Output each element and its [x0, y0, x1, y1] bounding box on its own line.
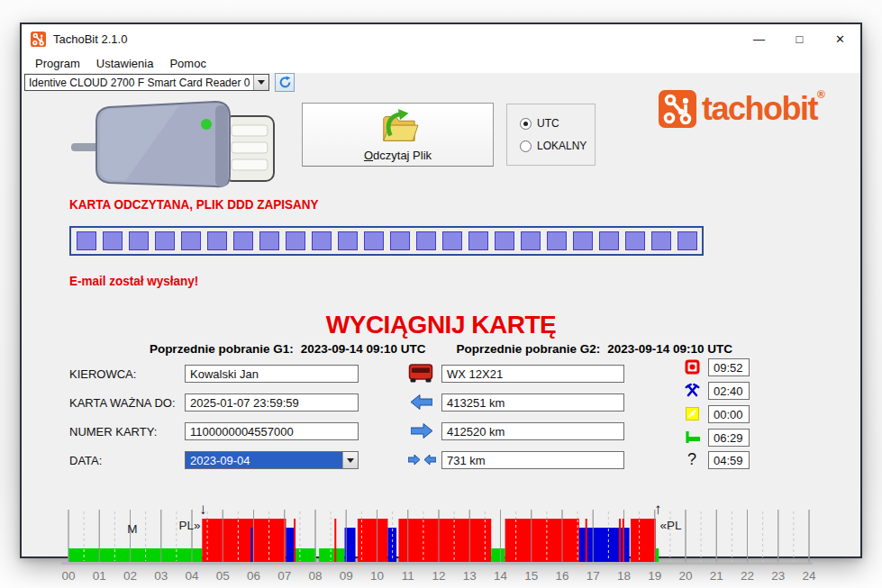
brand-logo: tachobit ® — [659, 90, 825, 128]
field-unknown-time: 04:59 — [708, 451, 750, 469]
chart-baseline — [61, 562, 813, 565]
chart-axis-label: 22 — [741, 569, 754, 583]
field-vehicle-plate[interactable]: WX 12X21 — [441, 365, 624, 383]
chart-annotation: PL» — [179, 519, 201, 532]
progress-segment — [207, 231, 227, 250]
progress-segment — [442, 231, 462, 250]
card-insert-arrow-down-icon: ↓ — [199, 501, 207, 518]
menu-pomoc[interactable]: Pomoc — [161, 55, 214, 72]
label-karta-wazna-do: KARTA WAŻNA DO: — [69, 396, 176, 410]
field-kierowca[interactable]: Kowalski Jan — [185, 365, 359, 383]
maximize-button[interactable]: □ — [779, 24, 820, 53]
progress-segment — [233, 231, 253, 250]
chart-bar-rest — [656, 548, 659, 562]
radio-utc-circle[interactable] — [520, 118, 532, 130]
progress-segment — [286, 231, 305, 250]
refresh-button[interactable] — [275, 73, 295, 92]
window-title: TachoBit 2.1.0 — [53, 32, 127, 46]
field-availability-time: 00:00 — [708, 405, 750, 423]
progress-segment — [77, 231, 96, 250]
field-karta-wazna-do[interactable]: 2025-01-07 23:59:59 — [185, 394, 359, 412]
app-window: TachoBit 2.1.0 — □ ✕ Program Ustawienia … — [20, 23, 862, 558]
progress-segment — [103, 231, 123, 250]
progress-segment — [495, 231, 514, 250]
menu-ustawienia[interactable]: Ustawienia — [88, 55, 162, 72]
reader-select-dropdown-button[interactable] — [253, 75, 268, 90]
chart-axis-label: 20 — [678, 569, 692, 583]
close-button[interactable]: ✕ — [820, 24, 860, 53]
chart-bar-rest — [68, 548, 202, 562]
chevron-down-icon — [347, 458, 354, 463]
field-odometer-start[interactable]: 412520 km — [441, 422, 624, 440]
chart-axis-label: 15 — [524, 569, 538, 583]
chart-axis-label: 11 — [402, 569, 414, 583]
chart-axis-label: 21 — [710, 569, 723, 583]
arrows-converge-icon — [408, 454, 436, 466]
chart-axis-label: 19 — [648, 569, 661, 583]
rest-icon — [685, 430, 701, 445]
chart-axis-label: 01 — [93, 569, 106, 583]
chart-bar-rest — [491, 548, 505, 562]
chart-bar-driving — [202, 519, 286, 562]
chart-axis-label: 18 — [617, 569, 631, 583]
chart-axis-label: 07 — [277, 569, 291, 583]
chart-axis-label: 00 — [61, 569, 75, 583]
chart-bar-rest — [319, 548, 344, 562]
progress-bar — [69, 226, 704, 256]
read-file-label: Odczytaj Plik — [364, 149, 432, 162]
activity-chart: MPL»«PL↓↑0001020304050607080910111213141… — [47, 496, 840, 586]
chart-axis-label: 17 — [586, 569, 600, 583]
chart-axis-label: 14 — [494, 569, 508, 583]
eject-card-headline: WYCIĄGNIJ KARTĘ — [22, 311, 860, 339]
reader-select-value: Identive CLOUD 2700 F Smart Card Reader … — [25, 75, 253, 90]
menubar: Program Ustawienia Pomoc — [22, 53, 860, 73]
progress-segment — [468, 231, 488, 250]
radio-lokalny[interactable]: LOKALNY — [520, 140, 586, 152]
smartcard-reader-icon — [71, 100, 283, 190]
progress-segment — [338, 231, 358, 250]
chart-bar-rest — [296, 548, 316, 562]
minimize-button[interactable]: — — [739, 24, 779, 53]
radio-utc[interactable]: UTC — [520, 117, 559, 130]
chart-bar-driving — [398, 519, 491, 562]
chart-axis-label: 24 — [802, 569, 816, 583]
read-file-button[interactable]: Odczytaj Plik — [302, 103, 494, 167]
card-eject-arrow-up-icon: ↑ — [654, 501, 662, 518]
progress-segment — [521, 231, 541, 250]
window-controls: — □ ✕ — [739, 24, 860, 53]
chart-axis-label: 06 — [247, 569, 260, 583]
date-combobox[interactable]: 2023-09-04 — [185, 451, 359, 469]
tachobit-circuit-icon — [659, 90, 696, 128]
refresh-icon — [278, 76, 292, 89]
brand-name: tachobit — [702, 90, 817, 128]
field-rest-time: 06:29 — [708, 429, 750, 447]
truck-icon — [408, 364, 433, 383]
field-driving-time: 09:52 — [708, 358, 750, 376]
client-area: Identive CLOUD 2700 F Smart Card Reader … — [22, 73, 860, 556]
date-combobox-value: 2023-09-04 — [186, 452, 342, 468]
chart-annotation: «PL — [660, 519, 683, 532]
chart-bar-work — [286, 528, 294, 562]
prev-g2-value: 2023-09-14 09:10 UTC — [607, 342, 732, 356]
chart-bar-driving — [358, 519, 388, 562]
chart-axis-label: 04 — [185, 569, 199, 583]
titlebar: TachoBit 2.1.0 — □ ✕ — [22, 24, 860, 53]
label-data: DATA: — [69, 454, 102, 467]
chart-axis-label: 23 — [771, 569, 785, 583]
field-odometer-end[interactable]: 413251 km — [441, 394, 624, 412]
label-numer-karty: NUMER KARTY: — [69, 425, 157, 439]
menu-program[interactable]: Program — [27, 55, 88, 72]
field-distance[interactable]: 731 km — [441, 451, 624, 469]
arrow-left-icon — [411, 394, 432, 410]
progress-segment — [547, 231, 567, 250]
time-mode-group: UTC LOKALNY — [506, 104, 596, 166]
chart-axis-label: 09 — [340, 569, 353, 583]
reader-select[interactable]: Identive CLOUD 2700 F Smart Card Reader … — [24, 74, 269, 91]
date-combobox-dropdown-button[interactable] — [342, 452, 358, 468]
driving-icon — [685, 359, 700, 375]
radio-lokalny-circle[interactable] — [520, 140, 532, 152]
field-numer-karty[interactable]: 1100000004557000 — [185, 422, 359, 440]
chart-axis-label: 08 — [308, 569, 322, 583]
chart-axis-label: 12 — [432, 569, 445, 583]
chart-bar-driving — [631, 519, 656, 562]
